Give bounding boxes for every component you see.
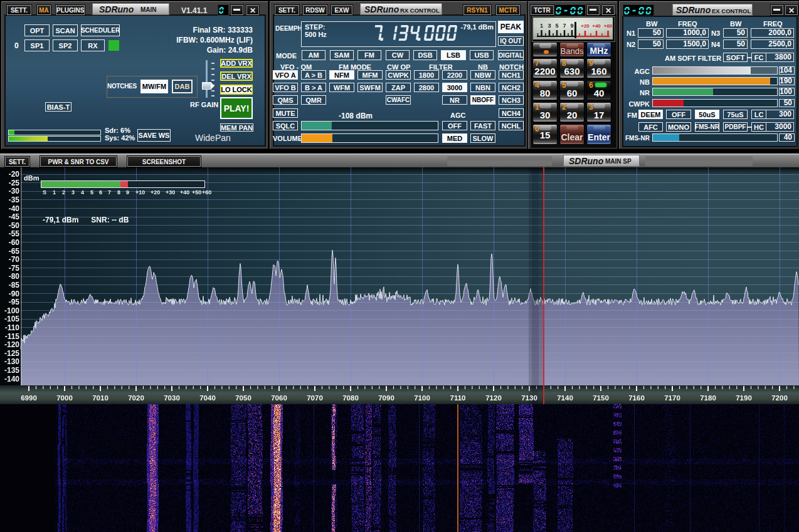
svg-text:+60: +60 bbox=[604, 23, 613, 29]
svg-text:7: 7 bbox=[563, 23, 566, 29]
svg-text:1: 1 bbox=[540, 23, 543, 29]
svg-text:3: 3 bbox=[548, 23, 551, 29]
svg-text:5: 5 bbox=[555, 23, 558, 29]
svg-text:+20: +20 bbox=[581, 23, 590, 29]
svg-text:9: 9 bbox=[570, 23, 573, 29]
svg-text:+40: +40 bbox=[592, 23, 601, 29]
